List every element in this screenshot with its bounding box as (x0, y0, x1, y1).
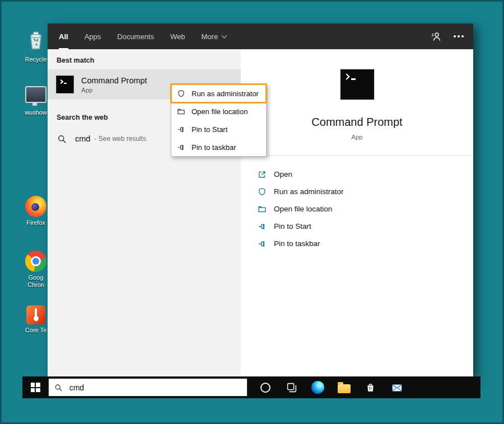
more-options-icon[interactable] (458, 35, 460, 37)
account-icon[interactable] (431, 31, 442, 42)
cortana-icon (260, 383, 270, 393)
command-prompt-icon (56, 76, 74, 93)
task-view-icon (286, 382, 297, 393)
desktop-icon-chrome[interactable]: Goog Chron (21, 251, 50, 289)
desktop-icon-label: Core Te (21, 327, 50, 334)
mail-button[interactable] (384, 376, 410, 398)
result-title: Command Prompt (81, 76, 147, 85)
edge-button[interactable] (305, 376, 331, 398)
menu-item-label: Pin to taskbar (192, 143, 236, 152)
tab-apps[interactable]: Apps (85, 23, 101, 49)
store-icon (365, 381, 376, 393)
menu-item-pin-to-taskbar[interactable]: Pin to taskbar (171, 138, 266, 156)
search-icon (57, 134, 67, 144)
chevron-down-icon (222, 32, 227, 38)
pin-icon (258, 239, 267, 248)
pin-icon (177, 125, 185, 134)
file-explorer-button[interactable] (331, 376, 357, 398)
search-flyout-window: All Apps Documents Web More Best match (48, 23, 473, 376)
store-button[interactable] (357, 376, 384, 398)
folder-icon (177, 107, 185, 116)
taskbar (22, 376, 480, 398)
menu-item-run-as-administrator[interactable]: Run as administrator (171, 84, 266, 102)
tab-label: Apps (85, 32, 101, 41)
windows-logo-icon (31, 383, 40, 392)
cortana-button[interactable] (252, 376, 278, 398)
desktop-icon-recycle-bin[interactable]: Recycle (21, 29, 50, 63)
taskbar-search-box[interactable] (48, 378, 248, 397)
media-app-icon (25, 86, 46, 103)
preview-actions: Open Run as administrator (241, 156, 473, 252)
menu-item-open-file-location[interactable]: Open file location (171, 102, 266, 120)
desktop-icon-label: Recycle (21, 56, 50, 63)
preview-title: Command Prompt (241, 116, 473, 129)
core-temp-icon (26, 305, 45, 324)
best-match-heading: Best match (48, 49, 241, 69)
pin-icon (258, 222, 267, 231)
mail-icon (391, 381, 403, 394)
search-filter-bar: All Apps Documents Web More (48, 23, 473, 49)
tab-label: Documents (117, 32, 154, 41)
tab-documents[interactable]: Documents (117, 23, 154, 49)
recycle-bin-icon (25, 29, 46, 51)
tab-web[interactable]: Web (170, 23, 185, 49)
context-menu: Run as administrator Open file location … (171, 84, 267, 157)
action-open-file-location[interactable]: Open file location (258, 200, 473, 218)
menu-item-pin-to-start[interactable]: Pin to Start (171, 120, 266, 138)
desktop-icon-core-temp[interactable]: Core Te (21, 305, 50, 334)
open-icon (258, 170, 267, 179)
action-pin-to-start[interactable]: Pin to Start (258, 218, 473, 235)
action-label: Run as administrator (274, 187, 344, 196)
chrome-icon (25, 251, 46, 272)
firefox-icon (25, 196, 46, 217)
web-search-term: cmd (75, 134, 90, 143)
menu-item-label: Open file location (192, 107, 248, 116)
action-label: Pin to Start (274, 222, 311, 230)
desktop-icon-label: wushow (21, 109, 50, 116)
action-label: Open (274, 170, 292, 178)
desktop-icon-wushow[interactable]: wushow (21, 82, 50, 116)
desktop: Recycle wushow Firefox Goog Chron Core T… (0, 0, 504, 424)
filter-tabs: All Apps Documents Web More (59, 23, 226, 49)
tab-label: All (59, 32, 68, 41)
result-subtitle: App (81, 87, 147, 93)
web-search-suffix: - See web results (94, 135, 146, 143)
taskbar-search-input[interactable] (68, 383, 241, 393)
task-view-button[interactable] (278, 376, 305, 398)
start-button[interactable] (22, 376, 48, 398)
action-pin-to-taskbar[interactable]: Pin to taskbar (258, 235, 473, 252)
command-prompt-icon-large (339, 68, 375, 101)
desktop-icon-firefox[interactable]: Firefox (21, 196, 50, 227)
menu-item-label: Pin to Start (192, 125, 227, 134)
tab-more[interactable]: More (202, 23, 227, 49)
tab-label: More (202, 32, 218, 41)
tab-label: Web (170, 32, 185, 41)
menu-item-label: Run as administrator (192, 89, 259, 98)
pin-icon (177, 143, 185, 152)
shield-icon (258, 187, 267, 196)
action-open[interactable]: Open (258, 166, 473, 183)
search-icon (54, 383, 63, 392)
preview-pane: Command Prompt App Open (241, 49, 473, 376)
desktop-icon-label: Firefox (21, 219, 50, 227)
folder-icon (258, 205, 267, 214)
file-explorer-icon (338, 384, 351, 393)
edge-icon (311, 381, 324, 394)
action-label: Open file location (274, 205, 332, 213)
tab-all[interactable]: All (59, 23, 68, 49)
preview-subtitle: App (241, 134, 473, 140)
action-run-as-administrator[interactable]: Run as administrator (258, 183, 473, 200)
desktop-icon-label: Goog Chron (21, 274, 50, 289)
action-label: Pin to taskbar (274, 239, 320, 248)
shield-icon (177, 89, 185, 98)
